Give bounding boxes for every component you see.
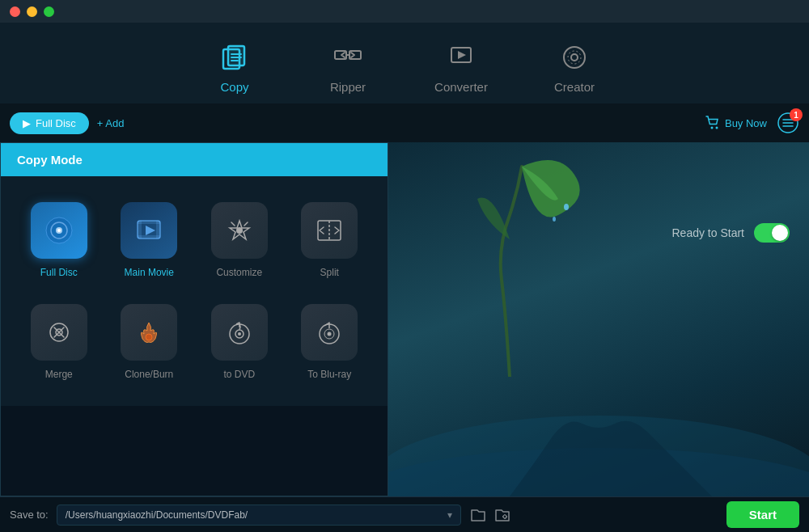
svg-point-38 xyxy=(503,515,506,518)
merge-icon-wrapper xyxy=(31,304,87,361)
copy-mode-header: Copy Mode xyxy=(1,143,388,176)
start-label: Start xyxy=(749,508,777,521)
window-controls xyxy=(10,6,54,17)
status-bar: Save to: /Users/huangxiaozhi/Documents/D… xyxy=(0,496,809,532)
copy-mode-title: Copy Mode xyxy=(17,153,83,167)
copy-mode-panel: Copy Mode Full Disc xyxy=(0,142,388,496)
toolbar-row: ▶ Full Disc + Add Buy Now 1 xyxy=(0,103,809,142)
creator-icon xyxy=(558,41,591,74)
svg-point-6 xyxy=(564,47,585,68)
add-label: + Add xyxy=(97,117,125,129)
nav-label-copy: Copy xyxy=(220,80,248,94)
cart-icon xyxy=(705,116,720,130)
mode-item-clone-burn[interactable]: Clone/Burn xyxy=(104,291,195,393)
ready-label: Ready to Start xyxy=(672,226,745,239)
merge-mode-label: Merge xyxy=(45,369,73,380)
nav-bar: Copy Ripper Converter xyxy=(0,23,809,103)
add-button[interactable]: + Add xyxy=(97,117,125,129)
svg-point-22 xyxy=(236,227,243,234)
mode-item-full-disc[interactable]: Full Disc xyxy=(14,189,104,291)
nav-item-copy[interactable]: Copy xyxy=(202,41,267,94)
save-to-label: Save to: xyxy=(10,509,49,521)
nav-item-ripper[interactable]: Ripper xyxy=(316,41,380,94)
close-button[interactable] xyxy=(10,6,20,17)
customize-mode-label: Customize xyxy=(216,267,262,278)
svg-marker-21 xyxy=(146,226,155,235)
split-icon-wrapper xyxy=(301,202,358,259)
open-folder-button[interactable] xyxy=(469,506,487,524)
mode-item-customize[interactable]: Customize xyxy=(194,189,285,291)
toolbar-right: Buy Now 1 xyxy=(705,112,799,134)
full-disc-button[interactable]: ▶ Full Disc xyxy=(10,112,89,134)
nav-item-converter[interactable]: Converter xyxy=(429,41,493,94)
save-path-text: /Users/huangxiaozhi/Documents/DVDFab/ xyxy=(66,509,447,521)
main-content: Copy Mode Full Disc xyxy=(0,142,809,496)
svg-point-27 xyxy=(146,334,152,340)
start-button[interactable]: Start xyxy=(726,501,799,528)
save-path-input[interactable]: /Users/huangxiaozhi/Documents/DVDFab/ ▾ xyxy=(57,505,461,526)
ready-status: Ready to Start xyxy=(672,223,790,243)
full-disc-label: Full Disc xyxy=(36,117,76,129)
svg-rect-20 xyxy=(138,235,160,239)
menu-button[interactable]: 1 xyxy=(777,112,799,134)
nav-label-creator: Creator xyxy=(554,80,595,94)
mode-item-merge[interactable]: Merge xyxy=(14,291,104,393)
svg-point-7 xyxy=(571,54,578,61)
to-bluray-mode-label: To Blu-ray xyxy=(307,369,351,380)
full-disc-mode-label: Full Disc xyxy=(40,267,78,278)
mode-item-main-movie[interactable]: Main Movie xyxy=(104,189,195,291)
svg-point-10 xyxy=(715,127,718,129)
svg-point-33 xyxy=(328,332,332,336)
main-movie-mode-label: Main Movie xyxy=(125,267,174,278)
customize-icon-wrapper xyxy=(211,202,268,259)
mode-item-to-dvd[interactable]: to DVD xyxy=(194,291,285,393)
svg-point-15 xyxy=(57,229,61,232)
ready-toggle[interactable] xyxy=(754,223,790,243)
to-dvd-mode-label: to DVD xyxy=(223,369,255,380)
to-dvd-icon-wrapper xyxy=(211,304,268,361)
buy-now-button[interactable]: Buy Now xyxy=(705,116,767,130)
to-bluray-icon-wrapper xyxy=(301,304,358,361)
dropdown-arrow-icon: ▾ xyxy=(447,509,452,521)
notification-badge: 1 xyxy=(790,108,803,121)
svg-point-34 xyxy=(564,204,569,210)
copy-icon xyxy=(218,41,251,74)
folder-settings-button[interactable] xyxy=(493,506,511,524)
minimize-button[interactable] xyxy=(27,6,37,17)
svg-rect-1 xyxy=(228,46,244,65)
svg-rect-19 xyxy=(138,221,160,224)
clone-burn-mode-label: Clone/Burn xyxy=(125,369,173,380)
buy-now-label: Buy Now xyxy=(725,117,767,129)
svg-point-9 xyxy=(710,127,713,129)
title-bar xyxy=(0,0,809,23)
svg-marker-5 xyxy=(458,51,466,59)
svg-point-35 xyxy=(553,217,556,222)
mode-item-to-bluray[interactable]: To Blu-ray xyxy=(285,291,375,393)
copy-mode-grid: Full Disc Main Movie xyxy=(1,176,388,406)
full-disc-arrow-icon: ▶ xyxy=(23,117,31,129)
nav-item-creator[interactable]: Creator xyxy=(542,41,607,94)
mode-item-split[interactable]: Split xyxy=(285,189,375,291)
nav-label-ripper: Ripper xyxy=(330,80,366,94)
folder-buttons xyxy=(469,506,511,524)
ripper-icon xyxy=(332,41,364,74)
clone-burn-icon-wrapper xyxy=(121,304,177,361)
split-mode-label: Split xyxy=(320,267,339,278)
main-movie-icon-wrapper xyxy=(121,202,177,259)
full-disc-icon-wrapper xyxy=(31,202,87,259)
nav-label-converter: Converter xyxy=(434,80,488,94)
right-panel: Ready to Start xyxy=(388,142,809,496)
svg-point-30 xyxy=(238,332,241,336)
plant-decoration xyxy=(429,134,591,377)
maximize-button[interactable] xyxy=(44,6,54,17)
converter-icon xyxy=(445,41,477,74)
svg-point-8 xyxy=(568,51,581,64)
